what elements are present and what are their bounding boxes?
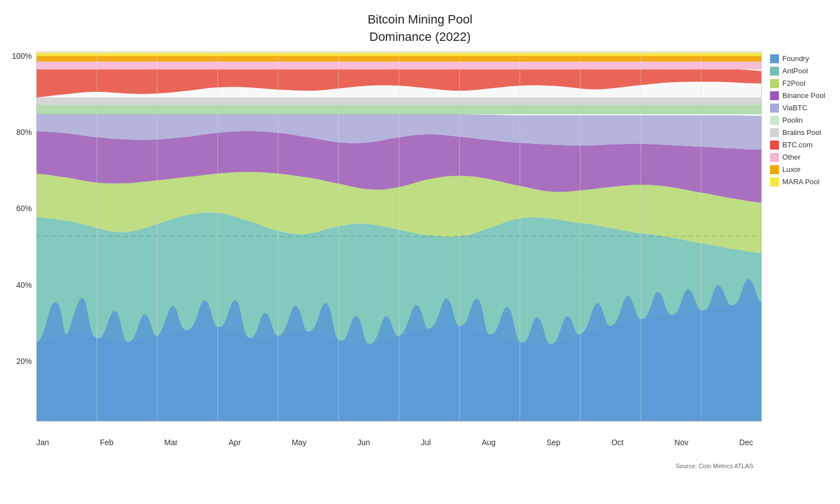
- x-label-apr: Apr: [228, 438, 241, 447]
- y-label-60: 60%: [0, 204, 36, 213]
- svg-container: [36, 52, 762, 435]
- legend-label-10: MARA Pool: [782, 178, 819, 186]
- legend-item-antpool: AntPool: [770, 67, 840, 76]
- legend-item-poolin: Poolin: [770, 116, 840, 125]
- legend-item-other: Other: [770, 153, 840, 162]
- legend-swatch-4: [770, 104, 779, 113]
- x-label-may: May: [292, 438, 306, 447]
- legend-swatch-9: [770, 165, 779, 174]
- x-label-jun: Jun: [357, 438, 370, 447]
- legend-swatch-8: [770, 153, 779, 162]
- legend-swatch-6: [770, 128, 779, 137]
- legend-label-6: Braiins Pool: [782, 128, 821, 137]
- legend-label-4: ViaBTC: [782, 104, 808, 112]
- source-text: Source: Coin Metrics ATLAS: [675, 463, 753, 469]
- legend-item-binance-pool: Binance Pool: [770, 91, 840, 100]
- chart-title: Bitcoin Mining Pool Dominance (2022): [0, 11, 840, 46]
- y-label-80: 80%: [0, 128, 36, 137]
- x-label-mar: Mar: [164, 438, 178, 447]
- x-label-dec: Dec: [739, 438, 753, 447]
- y-label-40: 40%: [0, 281, 36, 290]
- legend-label-2: F2Pool: [782, 79, 805, 87]
- legend-swatch-7: [770, 141, 779, 150]
- y-axis: 100% 80% 60% 40% 20%: [0, 52, 36, 435]
- x-label-jan: Jan: [36, 438, 49, 447]
- legend-label-7: BTC.com: [782, 141, 813, 149]
- legend-label-1: AntPool: [782, 67, 808, 75]
- x-label-jul: Jul: [421, 438, 431, 447]
- legend: Foundry AntPool F2Pool Binance Pool ViaB…: [762, 52, 840, 435]
- legend-item-foundry: Foundry: [770, 54, 840, 63]
- legend-label-5: Poolin: [782, 116, 802, 124]
- y-label-100: 100%: [0, 52, 36, 60]
- legend-item-viabtc: ViaBTC: [770, 104, 840, 113]
- legend-item-btc.com: BTC.com: [770, 141, 840, 150]
- legend-item-mara-pool: MARA Pool: [770, 178, 840, 186]
- x-label-nov: Nov: [674, 438, 688, 447]
- legend-label-0: Foundry: [782, 54, 809, 63]
- legend-label-8: Other: [782, 153, 801, 161]
- legend-swatch-10: [770, 178, 779, 186]
- chart-and-legend: Foundry AntPool F2Pool Binance Pool ViaB…: [36, 52, 840, 435]
- legend-swatch-0: [770, 54, 779, 63]
- x-label-oct: Oct: [612, 438, 624, 447]
- legend-swatch-1: [770, 67, 779, 76]
- legend-label-3: Binance Pool: [782, 91, 825, 100]
- legend-item-f2pool: F2Pool: [770, 79, 840, 88]
- x-label-feb: Feb: [100, 438, 113, 447]
- legend-label-9: Luxor: [782, 165, 801, 174]
- x-label-sep: Sep: [547, 438, 561, 447]
- y-label-20: 20%: [0, 357, 36, 366]
- legend-item-braiins-pool: Braiins Pool: [770, 128, 840, 137]
- legend-swatch-2: [770, 79, 779, 88]
- chart-container: Bitcoin Mining Pool Dominance (2022) 100…: [0, 0, 840, 504]
- legend-swatch-5: [770, 116, 779, 125]
- x-axis: JanFebMarAprMayJunJulAugSepOctNovDec: [0, 435, 840, 447]
- legend-swatch-3: [770, 91, 779, 100]
- x-label-aug: Aug: [482, 438, 496, 447]
- main-chart-svg: [36, 52, 762, 432]
- legend-item-luxor: Luxor: [770, 165, 840, 174]
- chart-area: 100% 80% 60% 40% 20%: [0, 52, 840, 435]
